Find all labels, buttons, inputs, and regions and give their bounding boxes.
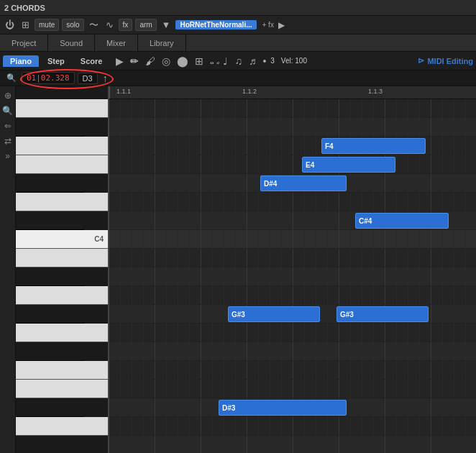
midi-note-ds4-2[interactable]: D#4 [260, 175, 347, 191]
plugin-name[interactable]: HoRNetTheNormali... [175, 20, 256, 29]
piano-keyboard: C4C3 [16, 86, 109, 453]
note-beam2[interactable]: ♬ [247, 55, 259, 68]
search2-icon[interactable]: 🔍 [1, 104, 14, 117]
grid-row [109, 380, 476, 398]
search-icon[interactable]: 🔍 [4, 73, 19, 83]
tab-piano[interactable]: Piano [3, 55, 39, 67]
left-panel: ⊕ 🔍 ⇐ ⇄ » [0, 86, 16, 453]
note-display: D3 [78, 73, 98, 84]
piano-key-d4[interactable] [16, 193, 108, 211]
grid-row [109, 436, 476, 453]
midi-note-f4-0[interactable]: F4 [321, 138, 426, 154]
grid-row [109, 193, 476, 211]
tilde-icon: ∿ [104, 19, 116, 30]
piano-key-cs3[interactable] [16, 436, 85, 453]
piano-key-d3[interactable] [16, 417, 108, 436]
grid-row [109, 342, 476, 361]
piano-roll-main: ⊕ 🔍 ⇐ ⇄ » C4C3 1.1.1 1.1.2 1.1.3 1.1.4 F… [0, 86, 476, 453]
piano-key-eb3[interactable] [16, 398, 85, 417]
grid-area: 1.1.1 1.1.2 1.1.3 1.1.4 F4E4D#4C#4G#3G#3… [109, 86, 476, 453]
grid-row [109, 286, 476, 305]
pencil-icon[interactable]: ✏ [128, 55, 141, 68]
more-icon[interactable]: » [1, 150, 14, 163]
vel-label: Vel: 100 [281, 57, 307, 65]
piano-key-f4[interactable] [16, 137, 108, 155]
piano-key-fs3[interactable] [16, 342, 85, 361]
dropdown-icon[interactable]: ▼ [160, 19, 173, 30]
piano-key-c4[interactable]: C4 [16, 230, 108, 249]
arrow-left-icon[interactable]: ⇐ [1, 119, 14, 132]
grid-row [109, 417, 476, 436]
note-beam[interactable]: ♫ [232, 55, 244, 68]
piano-key-f3[interactable] [16, 361, 108, 380]
eraser-icon[interactable]: ◎ [160, 55, 173, 68]
pos-bar: 🔍 01|02.328 D3 ↑ [0, 70, 476, 86]
note-quarter[interactable]: ♩ [221, 55, 230, 68]
midi-note-ds3-6[interactable]: D#3 [219, 400, 347, 416]
zoom-icon[interactable]: ⊕ [1, 89, 14, 102]
arm-button[interactable]: arm [135, 19, 156, 31]
grid-row [109, 249, 476, 267]
expand-arrow[interactable]: ▶ [278, 20, 285, 30]
piano-key-gs3[interactable] [16, 305, 85, 324]
piano-toolbar: ▶ ✏ 🖌 ◎ ⬤ ⊞ 𝅝 𝅗 ♩ ♫ ♬ • 3 Vel: 100 ⊳ MID… [114, 54, 473, 68]
piano-roll-tabs: Piano Step Score ▶ ✏ 🖌 ◎ ⬤ ⊞ 𝅝 𝅗 ♩ ♫ ♬ •… [0, 52, 476, 70]
dot-icon: • [260, 55, 268, 68]
record-icon[interactable]: ⬤ [175, 55, 191, 68]
tab-library[interactable]: Library [138, 35, 186, 51]
title-bar: 2 CHORDS [0, 0, 476, 16]
note-whole[interactable]: 𝅝 [208, 54, 212, 68]
grid-row [109, 361, 476, 380]
piano-key-e4[interactable] [16, 155, 108, 174]
grid-row [109, 118, 476, 137]
fx-button[interactable]: fx [119, 19, 133, 31]
tl-line-1 [109, 86, 110, 99]
tab-project[interactable]: Project [0, 35, 48, 51]
cursor-icon[interactable]: ↑ [101, 72, 110, 85]
piano-key-b3[interactable] [16, 249, 108, 267]
grid-row [109, 267, 476, 286]
piano-key-g4[interactable] [16, 99, 108, 118]
play-icon[interactable]: ▶ [114, 55, 126, 68]
piano-key-a3[interactable] [16, 286, 108, 305]
mute-button[interactable]: mute [35, 19, 59, 31]
tab-score[interactable]: Score [73, 55, 110, 67]
midi-note-cs4-3[interactable]: C#4 [355, 213, 449, 229]
swap-icon[interactable]: ⇄ [1, 134, 14, 147]
note-half[interactable]: 𝅗 [214, 54, 219, 68]
grid-row [109, 99, 476, 118]
fx-label: + fx [262, 21, 274, 29]
piano-key-cs4[interactable] [16, 211, 85, 230]
power-icon[interactable]: ⏻ [3, 19, 17, 30]
tab-step[interactable]: Step [40, 55, 72, 67]
piano-key-bb3[interactable] [16, 267, 85, 286]
piano-key-fs4[interactable] [16, 118, 85, 137]
piano-key-e3[interactable] [16, 380, 108, 398]
wave-icon: 〜 [87, 19, 101, 32]
timeline: 1.1.1 1.1.2 1.1.3 1.1.4 [109, 86, 476, 99]
tab-mixer[interactable]: Mixer [95, 35, 138, 51]
tl-mark-1: 1.1.1 [116, 88, 131, 95]
tl-mark-2: 1.1.2 [242, 88, 257, 95]
midi-edit-label: ⊳ MIDI Editing [418, 56, 473, 65]
note-value: 3 [270, 57, 275, 65]
grid-row [109, 230, 476, 249]
midi-note-e4-1[interactable]: E4 [302, 157, 395, 173]
grid-row [109, 324, 476, 342]
solo-button[interactable]: solo [62, 19, 83, 31]
midi-edit-text: MIDI Editing [427, 57, 473, 65]
note-grid[interactable]: F4E4D#4C#4G#3G#3D#3 [109, 99, 476, 453]
midi-note-gs3-5[interactable]: G#3 [337, 306, 429, 322]
midi-note-gs3-4[interactable]: G#3 [228, 306, 320, 322]
plugin-bar: ⏻ ⊞ mute solo 〜 ∿ fx arm ▼ HoRNetTheNorm… [0, 16, 476, 35]
piano-key-g3[interactable] [16, 324, 108, 342]
nav-tabs: Project Sound Mixer Library [0, 35, 476, 52]
tab-sound[interactable]: Sound [48, 35, 95, 51]
piano-keys-icon[interactable]: ⊞ [193, 55, 206, 68]
midi-icon: ⊳ [418, 56, 424, 65]
brush-icon[interactable]: 🖌 [143, 55, 157, 68]
grid-row [109, 155, 476, 174]
position-display: 01|02.328 [22, 72, 75, 84]
piano-key-eb4[interactable] [16, 174, 85, 193]
grid-icon[interactable]: ⊞ [19, 19, 32, 30]
